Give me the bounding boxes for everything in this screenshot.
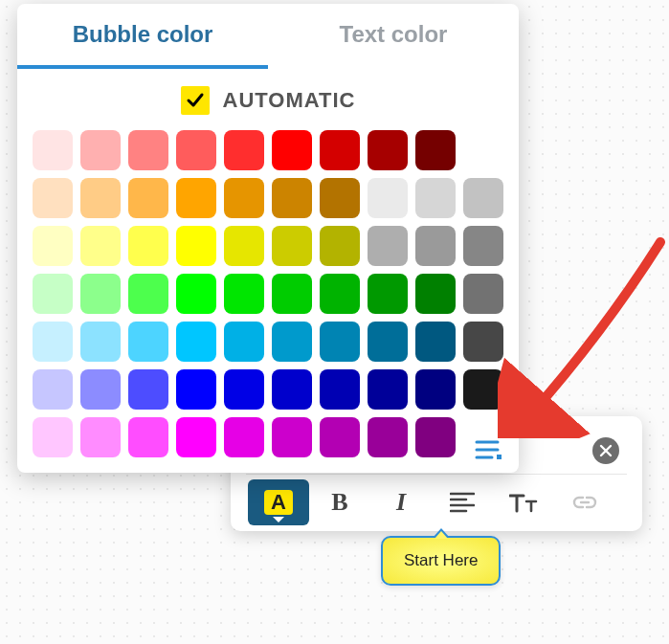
text-size-icon xyxy=(509,492,538,513)
color-swatch[interactable] xyxy=(80,178,121,218)
bold-button[interactable]: B xyxy=(309,479,370,525)
color-swatch[interactable] xyxy=(415,130,456,170)
color-swatch[interactable] xyxy=(368,226,408,266)
color-swatch[interactable] xyxy=(80,130,121,170)
automatic-label: AUTOMATIC xyxy=(223,88,356,113)
color-swatch[interactable] xyxy=(415,274,456,314)
color-swatch[interactable] xyxy=(128,130,168,170)
automatic-row[interactable]: AUTOMATIC xyxy=(17,69,519,130)
annotation-arrow xyxy=(498,237,669,438)
color-swatch[interactable] xyxy=(463,226,503,266)
color-swatch[interactable] xyxy=(415,417,456,457)
color-swatch[interactable] xyxy=(33,322,73,362)
color-swatch[interactable] xyxy=(176,178,216,218)
color-swatch[interactable] xyxy=(272,130,312,170)
color-swatch[interactable] xyxy=(128,226,168,266)
color-swatch[interactable] xyxy=(128,322,168,362)
bold-icon: B xyxy=(331,488,347,517)
color-swatch[interactable] xyxy=(320,178,360,218)
color-swatch[interactable] xyxy=(80,322,121,362)
color-swatch[interactable] xyxy=(80,369,121,410)
color-swatch[interactable] xyxy=(176,322,216,362)
text-size-button[interactable] xyxy=(493,479,554,525)
toolbar-buttons-row: A B I xyxy=(248,475,625,530)
color-swatch[interactable] xyxy=(224,226,264,266)
tab-bubble-color[interactable]: Bubble color xyxy=(17,4,268,69)
color-swatch[interactable] xyxy=(80,226,121,266)
color-swatch[interactable] xyxy=(463,369,503,410)
callout-bubble[interactable]: Start Here xyxy=(381,536,501,586)
color-swatch[interactable] xyxy=(415,226,456,266)
color-swatch[interactable] xyxy=(224,322,264,362)
link-button[interactable] xyxy=(554,479,615,525)
color-swatch[interactable] xyxy=(128,369,168,410)
swatch-row xyxy=(33,178,503,218)
color-swatch[interactable] xyxy=(320,226,360,266)
color-swatch[interactable] xyxy=(320,322,360,362)
color-swatch[interactable] xyxy=(320,417,360,457)
color-swatch[interactable] xyxy=(320,130,360,170)
color-swatch[interactable] xyxy=(463,178,503,218)
swatch-row xyxy=(33,369,503,410)
color-swatch[interactable] xyxy=(415,322,456,362)
color-swatch[interactable] xyxy=(368,322,408,362)
color-swatch[interactable] xyxy=(176,369,216,410)
italic-button[interactable]: I xyxy=(370,479,432,525)
check-icon xyxy=(186,91,205,110)
color-swatch[interactable] xyxy=(272,274,312,314)
palette-icon xyxy=(475,439,503,460)
chevron-down-icon xyxy=(273,517,284,522)
color-swatch[interactable] xyxy=(368,130,408,170)
automatic-checkbox[interactable] xyxy=(181,86,210,115)
color-swatch[interactable] xyxy=(224,130,264,170)
color-swatch[interactable] xyxy=(80,274,121,314)
color-swatch[interactable] xyxy=(128,274,168,314)
color-swatch[interactable] xyxy=(224,369,264,410)
color-swatch[interactable] xyxy=(224,274,264,314)
color-swatch[interactable] xyxy=(33,178,73,218)
color-swatch[interactable] xyxy=(176,274,216,314)
italic-icon: I xyxy=(396,488,406,517)
color-swatch[interactable] xyxy=(272,322,312,362)
color-swatch[interactable] xyxy=(368,369,408,410)
color-swatch[interactable] xyxy=(224,178,264,218)
color-swatch[interactable] xyxy=(33,417,73,457)
align-left-icon xyxy=(450,492,475,513)
color-swatch[interactable] xyxy=(224,417,264,457)
close-icon xyxy=(599,444,613,457)
color-swatch[interactable] xyxy=(272,226,312,266)
color-swatch[interactable] xyxy=(463,274,503,314)
custom-color-button[interactable] xyxy=(475,439,503,464)
color-swatch[interactable] xyxy=(33,226,73,266)
tab-text-color[interactable]: Text color xyxy=(268,4,519,69)
color-swatch[interactable] xyxy=(415,178,456,218)
color-swatch[interactable] xyxy=(368,417,408,457)
color-picker-panel: Bubble color Text color AUTOMATIC xyxy=(17,4,519,473)
color-swatch[interactable] xyxy=(320,274,360,314)
color-swatch[interactable] xyxy=(272,178,312,218)
color-swatch[interactable] xyxy=(272,369,312,410)
close-button[interactable] xyxy=(592,437,619,464)
color-swatch[interactable] xyxy=(80,417,121,457)
color-swatch[interactable] xyxy=(33,274,73,314)
color-swatch[interactable] xyxy=(176,130,216,170)
bubble-text: Start Here xyxy=(404,551,478,569)
color-swatch[interactable] xyxy=(320,369,360,410)
color-swatch[interactable] xyxy=(415,369,456,410)
text-color-button[interactable]: A xyxy=(248,479,309,525)
color-swatch[interactable] xyxy=(33,369,73,410)
link-icon xyxy=(571,495,598,510)
color-swatch[interactable] xyxy=(368,274,408,314)
empty-swatch xyxy=(463,130,503,170)
align-button[interactable] xyxy=(432,479,493,525)
text-color-letter: A xyxy=(271,490,286,515)
color-swatch[interactable] xyxy=(128,417,168,457)
color-swatch[interactable] xyxy=(33,130,73,170)
color-swatch[interactable] xyxy=(128,178,168,218)
swatch-row xyxy=(33,322,503,362)
color-swatch[interactable] xyxy=(463,322,503,362)
color-swatch[interactable] xyxy=(176,417,216,457)
color-swatch[interactable] xyxy=(176,226,216,266)
color-swatch[interactable] xyxy=(368,178,408,218)
color-swatch[interactable] xyxy=(272,417,312,457)
